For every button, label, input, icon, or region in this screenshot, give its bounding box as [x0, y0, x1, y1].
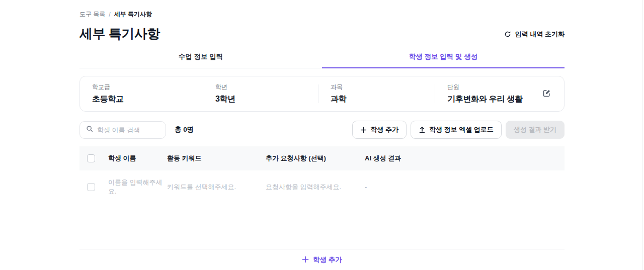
field-school-level-label: 학교급	[92, 83, 203, 92]
upload-excel-button-label: 학생 정보 엑셀 업로드	[429, 125, 494, 134]
field-subject-value: 과학	[331, 94, 435, 105]
student-total-count: 총 0명	[175, 125, 194, 134]
field-grade-value: 3학년	[215, 94, 318, 105]
row-checkbox-cell	[79, 183, 108, 191]
table-header-row: 학생 이름 활동 키워드 추가 요청사항 (선택) AI 생성 결과	[79, 146, 565, 170]
field-unit: 단원 기후변화와 우리 생활	[435, 84, 552, 103]
spacer	[79, 203, 565, 249]
header-activity-keyword: 활동 키워드	[167, 154, 266, 163]
extra-request-field[interactable]: 요청사항을 입력해주세요.	[266, 183, 365, 192]
toolbar-left: 총 0명	[79, 121, 194, 139]
toolbar-right: 학생 추가 학생 정보 엑셀 업로드 생성 결과 받기	[352, 121, 565, 139]
title-row: 세부 특기사항 입력 내역 초기화	[79, 25, 565, 43]
field-school-level-value: 초등학교	[92, 94, 203, 105]
field-grade: 학년 3학년	[203, 84, 318, 103]
field-subject: 과목 과학	[318, 84, 435, 103]
student-search-input[interactable]	[97, 126, 159, 134]
add-student-button-label: 학생 추가	[370, 125, 398, 134]
field-unit-label: 단원	[447, 83, 523, 92]
upload-excel-button[interactable]: 학생 정보 엑셀 업로드	[411, 121, 502, 139]
plus-icon	[360, 127, 367, 133]
page-title: 세부 특기사항	[79, 25, 160, 43]
add-student-button[interactable]: 학생 추가	[352, 121, 407, 139]
activity-keyword-field[interactable]: 키워드를 선택해주세요.	[167, 183, 266, 192]
field-grade-label: 학년	[215, 83, 318, 92]
breadcrumb-tools-link[interactable]: 도구 목록	[79, 10, 105, 19]
student-name-field[interactable]: 이름을 입력해주세요.	[108, 178, 167, 196]
footer-add-student-button[interactable]: 학생 추가	[302, 255, 342, 264]
row-checkbox[interactable]	[87, 183, 95, 191]
breadcrumb-current: 세부 특기사항	[114, 10, 152, 19]
edit-class-info-button[interactable]	[541, 88, 552, 100]
header-checkbox-cell	[79, 154, 108, 162]
field-subject-label: 과목	[331, 83, 435, 92]
breadcrumb-separator: /	[109, 11, 110, 18]
header-extra-request: 추가 요청사항 (선택)	[266, 154, 365, 163]
tab-bar: 수업 정보 입력 학생 정보 입력 및 생성	[79, 52, 565, 68]
window-edge	[642, 0, 642, 270]
search-icon	[86, 125, 93, 134]
field-school-level: 학교급 초등학교	[92, 84, 203, 103]
reset-input-button[interactable]: 입력 내역 초기화	[504, 30, 565, 39]
ai-result-value: -	[365, 183, 565, 191]
student-table: 학생 이름 활동 키워드 추가 요청사항 (선택) AI 생성 결과 이름을 입…	[79, 146, 565, 203]
page: 도구 목록 / 세부 특기사항 세부 특기사항 입력 내역 초기화 수업 정보 …	[0, 0, 644, 270]
refresh-icon	[504, 31, 511, 38]
student-toolbar: 총 0명 학생 추가	[79, 121, 565, 139]
field-unit-value: 기후변화와 우리 생활	[447, 94, 523, 105]
header-ai-result: AI 생성 결과	[365, 154, 565, 163]
footer-add-row: 학생 추가	[79, 249, 565, 264]
student-search-box[interactable]	[79, 121, 166, 139]
get-results-button[interactable]: 생성 결과 받기	[506, 121, 565, 139]
class-info-card: 학교급 초등학교 학년 3학년 과목 과학 단원 기후변화와 우리 생활	[79, 76, 565, 112]
upload-icon	[419, 126, 426, 133]
footer-add-student-label: 학생 추가	[313, 255, 342, 264]
reset-button-label: 입력 내역 초기화	[515, 30, 565, 39]
table-row: 이름을 입력해주세요. 키워드를 선택해주세요. 요청사항을 입력해주세요. -	[79, 170, 565, 203]
content-container: 도구 목록 / 세부 특기사항 세부 특기사항 입력 내역 초기화 수업 정보 …	[79, 0, 565, 264]
plus-icon	[302, 256, 309, 264]
breadcrumb: 도구 목록 / 세부 특기사항	[79, 0, 565, 19]
tab-class-info[interactable]: 수업 정보 입력	[79, 52, 322, 68]
select-all-checkbox[interactable]	[87, 154, 95, 162]
tab-student-info[interactable]: 학생 정보 입력 및 생성	[322, 52, 565, 68]
edit-icon	[542, 92, 551, 99]
header-student-name: 학생 이름	[108, 154, 167, 163]
